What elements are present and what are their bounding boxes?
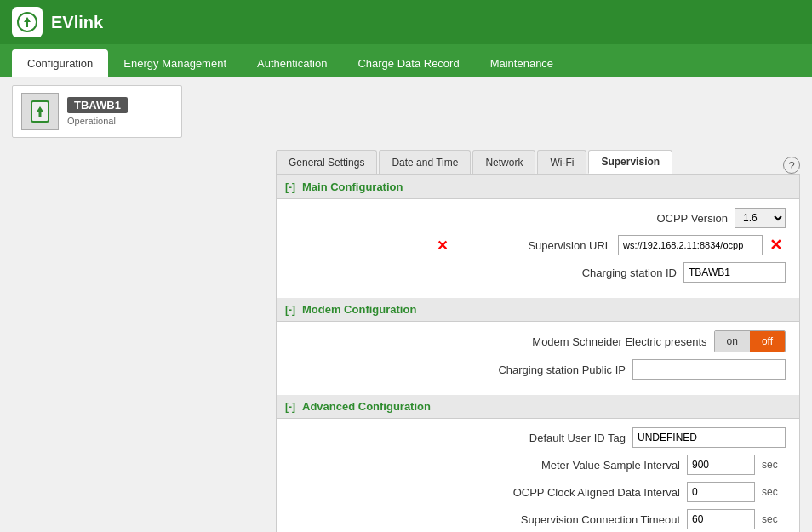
- device-name: TBAWB1: [67, 97, 128, 113]
- ocpp-clock-input[interactable]: [687, 482, 755, 502]
- meter-sample-unit: sec: [762, 459, 786, 471]
- meter-sample-input[interactable]: [687, 455, 755, 475]
- tab-maintenance[interactable]: Maintenance: [475, 49, 569, 77]
- help-icon[interactable]: ?: [783, 157, 800, 174]
- charging-station-id-input[interactable]: [683, 262, 786, 283]
- advanced-config-body: Default User ID Tag Meter Value Sample I…: [277, 419, 799, 532]
- public-ip-input[interactable]: [632, 359, 786, 380]
- device-status: Operational: [67, 116, 128, 126]
- sub-tab-network[interactable]: Network: [472, 150, 535, 174]
- meter-sample-row: Meter Value Sample Interval sec: [290, 455, 786, 475]
- tab-energy-management[interactable]: Energy Management: [108, 49, 242, 77]
- supervision-timeout-row: Supervision Connection Timeout sec: [290, 509, 786, 529]
- main-content: TBAWB1 Operational General Settings Date…: [0, 77, 812, 532]
- modem-toggle-off[interactable]: off: [750, 331, 785, 352]
- advanced-config-header: [-] Advanced Configuration: [277, 395, 799, 419]
- main-config-toggle[interactable]: [-]: [285, 181, 295, 193]
- modem-toggle-group: on off: [714, 330, 786, 352]
- content-panel: [-] Main Configuration OCPP Version 1.6 …: [276, 174, 800, 532]
- main-config-title: Main Configuration: [302, 180, 403, 193]
- sub-tab-wifi[interactable]: Wi-Fi: [537, 150, 586, 174]
- charging-station-id-row: Charging station ID: [290, 262, 786, 283]
- device-icon-box: [21, 93, 59, 130]
- modem-config-toggle[interactable]: [-]: [285, 304, 295, 316]
- supervision-timeout-label: Supervision Connection Timeout: [521, 513, 680, 526]
- supervision-url-input[interactable]: [618, 235, 763, 255]
- ocpp-clock-label: OCPP Clock Aligned Data Interval: [513, 486, 680, 499]
- sub-tab-supervision[interactable]: Supervision: [588, 150, 672, 174]
- ocpp-version-select[interactable]: 1.6 1.5: [735, 208, 786, 228]
- nav-tabs: Configuration Energy Management Authenti…: [0, 44, 812, 77]
- default-user-id-row: Default User ID Tag: [290, 427, 786, 448]
- public-ip-label: Charging station Public IP: [472, 363, 626, 376]
- sub-tab-general-settings[interactable]: General Settings: [276, 150, 377, 174]
- tab-authentication[interactable]: Authentication: [242, 49, 342, 77]
- sub-tab-date-and-time[interactable]: Date and Time: [379, 150, 471, 174]
- public-ip-row: Charging station Public IP: [290, 359, 786, 380]
- default-user-id-input[interactable]: [632, 427, 786, 448]
- supervision-timeout-input[interactable]: [687, 509, 755, 529]
- ocpp-clock-row: OCPP Clock Aligned Data Interval sec: [290, 482, 786, 502]
- modem-config-title: Modem Configuration: [302, 303, 416, 316]
- tab-charge-data-record[interactable]: Charge Data Record: [342, 49, 474, 77]
- supervision-url-error-icon-right: ✕: [769, 236, 782, 255]
- modem-presents-row: Modem Schneider Electric presents on off: [290, 330, 786, 352]
- ocpp-version-row: OCPP Version 1.6 1.5: [290, 208, 786, 228]
- header: EVlink: [0, 0, 812, 44]
- modem-config-body: Modem Schneider Electric presents on off…: [277, 322, 799, 395]
- meter-sample-label: Meter Value Sample Interval: [527, 459, 680, 472]
- charging-station-id-label: Charging station ID: [523, 266, 677, 279]
- ocpp-clock-unit: sec: [762, 486, 786, 498]
- tab-configuration[interactable]: Configuration: [12, 49, 108, 77]
- main-config-body: OCPP Version 1.6 1.5 ✕ Supervision URL ✕…: [277, 199, 799, 298]
- modem-presents-label: Modem Schneider Electric presents: [532, 335, 706, 348]
- supervision-url-label: Supervision URL: [458, 239, 611, 252]
- device-info: TBAWB1 Operational: [67, 97, 128, 126]
- main-config-header: [-] Main Configuration: [277, 175, 799, 199]
- supervision-url-error-icon: ✕: [437, 237, 448, 254]
- device-card: TBAWB1 Operational: [12, 85, 182, 138]
- advanced-config-toggle[interactable]: [-]: [285, 401, 295, 413]
- default-user-id-label: Default User ID Tag: [472, 432, 626, 444]
- supervision-timeout-unit: sec: [762, 513, 786, 525]
- app-logo: [12, 7, 43, 37]
- modem-config-header: [-] Modem Configuration: [277, 298, 799, 322]
- advanced-config-title: Advanced Configuration: [302, 400, 431, 413]
- ocpp-version-label: OCPP Version: [575, 212, 728, 225]
- modem-toggle-on[interactable]: on: [715, 331, 750, 352]
- supervision-url-row: ✕ Supervision URL ✕: [290, 235, 786, 255]
- app-title: EVlink: [51, 13, 103, 32]
